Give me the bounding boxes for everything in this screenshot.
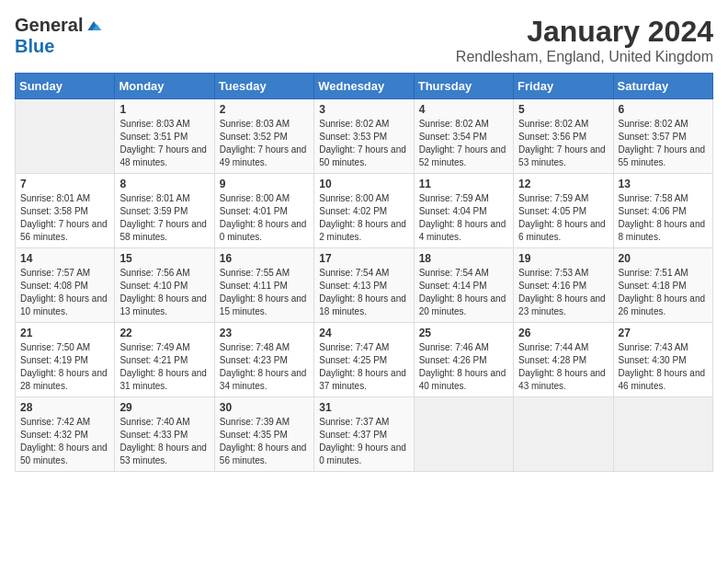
day-info: Sunrise: 7:40 AMSunset: 4:33 PMDaylight:… — [119, 416, 209, 467]
day-number: 7 — [20, 178, 109, 190]
calendar-cell: 17Sunrise: 7:54 AMSunset: 4:13 PMDayligh… — [314, 248, 414, 323]
calendar-header: SundayMondayTuesdayWednesdayThursdayFrid… — [16, 74, 713, 99]
calendar-cell: 27Sunrise: 7:43 AMSunset: 4:30 PMDayligh… — [613, 323, 712, 397]
calendar-cell: 18Sunrise: 7:54 AMSunset: 4:14 PMDayligh… — [414, 248, 513, 323]
calendar-cell: 11Sunrise: 7:59 AMSunset: 4:04 PMDayligh… — [414, 174, 513, 248]
day-info: Sunrise: 7:48 AMSunset: 4:23 PMDaylight:… — [220, 341, 309, 393]
day-info: Sunrise: 7:51 AMSunset: 4:18 PMDaylight:… — [619, 267, 708, 318]
logo-general: General — [15, 15, 83, 36]
day-of-week-sunday: Sunday — [16, 74, 115, 99]
day-of-week-wednesday: Wednesday — [314, 74, 414, 99]
day-info: Sunrise: 8:02 AMSunset: 3:56 PMDaylight:… — [518, 118, 608, 169]
week-row-1: 7Sunrise: 8:01 AMSunset: 3:58 PMDaylight… — [16, 174, 713, 248]
day-number: 11 — [419, 178, 508, 190]
calendar-cell: 16Sunrise: 7:55 AMSunset: 4:11 PMDayligh… — [214, 248, 313, 323]
subtitle: Rendlesham, England, United Kingdom — [456, 49, 713, 65]
day-number: 9 — [220, 178, 309, 190]
day-info: Sunrise: 7:44 AMSunset: 4:28 PMDaylight:… — [518, 341, 608, 393]
day-number: 22 — [119, 327, 209, 339]
calendar-cell: 30Sunrise: 7:39 AMSunset: 4:35 PMDayligh… — [214, 397, 313, 472]
day-info: Sunrise: 7:54 AMSunset: 4:13 PMDaylight:… — [319, 267, 408, 318]
calendar-cell: 12Sunrise: 7:59 AMSunset: 4:05 PMDayligh… — [514, 174, 613, 248]
day-number: 2 — [220, 103, 309, 116]
day-number: 17 — [319, 252, 408, 265]
header-row: SundayMondayTuesdayWednesdayThursdayFrid… — [16, 74, 713, 99]
calendar-cell: 8Sunrise: 8:01 AMSunset: 3:59 PMDaylight… — [115, 174, 214, 248]
week-row-3: 21Sunrise: 7:50 AMSunset: 4:19 PMDayligh… — [16, 323, 713, 397]
calendar-cell: 29Sunrise: 7:40 AMSunset: 4:33 PMDayligh… — [115, 397, 214, 472]
day-number: 1 — [119, 103, 209, 116]
day-number: 25 — [419, 327, 508, 339]
day-number: 10 — [319, 178, 408, 190]
day-of-week-tuesday: Tuesday — [214, 74, 313, 99]
day-info: Sunrise: 8:02 AMSunset: 3:54 PMDaylight:… — [419, 118, 508, 169]
day-number: 31 — [319, 401, 408, 414]
day-number: 8 — [119, 178, 209, 190]
day-info: Sunrise: 7:59 AMSunset: 4:05 PMDaylight:… — [518, 192, 608, 244]
day-number: 6 — [619, 103, 708, 116]
day-of-week-friday: Friday — [514, 74, 613, 99]
calendar-cell: 19Sunrise: 7:53 AMSunset: 4:16 PMDayligh… — [514, 248, 613, 323]
day-info: Sunrise: 7:49 AMSunset: 4:21 PMDaylight:… — [119, 341, 209, 393]
day-number: 19 — [518, 252, 608, 265]
calendar-cell: 28Sunrise: 7:42 AMSunset: 4:32 PMDayligh… — [16, 397, 115, 472]
day-info: Sunrise: 8:02 AMSunset: 3:53 PMDaylight:… — [319, 118, 408, 169]
day-number: 4 — [419, 103, 508, 116]
day-info: Sunrise: 7:39 AMSunset: 4:35 PMDaylight:… — [220, 416, 309, 467]
calendar-cell: 24Sunrise: 7:47 AMSunset: 4:25 PMDayligh… — [314, 323, 414, 397]
calendar-cell — [613, 397, 712, 472]
calendar-cell: 26Sunrise: 7:44 AMSunset: 4:28 PMDayligh… — [514, 323, 613, 397]
week-row-0: 1Sunrise: 8:03 AMSunset: 3:51 PMDaylight… — [16, 99, 713, 174]
day-number: 27 — [619, 327, 708, 339]
day-of-week-monday: Monday — [115, 74, 214, 99]
calendar-cell: 14Sunrise: 7:57 AMSunset: 4:08 PMDayligh… — [16, 248, 115, 323]
calendar-cell: 22Sunrise: 7:49 AMSunset: 4:21 PMDayligh… — [115, 323, 214, 397]
day-info: Sunrise: 8:01 AMSunset: 3:58 PMDaylight:… — [20, 192, 109, 244]
day-info: Sunrise: 7:43 AMSunset: 4:30 PMDaylight:… — [619, 341, 708, 393]
calendar-cell: 5Sunrise: 8:02 AMSunset: 3:56 PMDaylight… — [514, 99, 613, 174]
calendar-body: 1Sunrise: 8:03 AMSunset: 3:51 PMDaylight… — [16, 99, 713, 472]
header: General Blue January 2024 Rendlesham, En… — [15, 15, 713, 65]
day-info: Sunrise: 7:58 AMSunset: 4:06 PMDaylight:… — [619, 192, 708, 244]
calendar-cell: 23Sunrise: 7:48 AMSunset: 4:23 PMDayligh… — [214, 323, 313, 397]
day-number: 18 — [419, 252, 508, 265]
calendar-cell — [514, 397, 613, 472]
calendar-cell: 20Sunrise: 7:51 AMSunset: 4:18 PMDayligh… — [613, 248, 712, 323]
logo: General Blue — [15, 15, 103, 57]
logo-blue: Blue — [15, 36, 54, 56]
calendar-cell: 2Sunrise: 8:03 AMSunset: 3:52 PMDaylight… — [214, 99, 313, 174]
week-row-4: 28Sunrise: 7:42 AMSunset: 4:32 PMDayligh… — [16, 397, 713, 472]
calendar-cell — [414, 397, 513, 472]
day-info: Sunrise: 7:59 AMSunset: 4:04 PMDaylight:… — [419, 192, 508, 244]
day-number: 24 — [319, 327, 408, 339]
week-row-2: 14Sunrise: 7:57 AMSunset: 4:08 PMDayligh… — [16, 248, 713, 323]
day-info: Sunrise: 8:02 AMSunset: 3:57 PMDaylight:… — [619, 118, 708, 169]
day-info: Sunrise: 7:56 AMSunset: 4:10 PMDaylight:… — [119, 267, 209, 318]
main-title: January 2024 — [456, 15, 713, 49]
day-number: 3 — [319, 103, 408, 116]
calendar-cell: 9Sunrise: 8:00 AMSunset: 4:01 PMDaylight… — [214, 174, 313, 248]
day-number: 21 — [20, 327, 109, 339]
day-number: 26 — [518, 327, 608, 339]
day-info: Sunrise: 7:50 AMSunset: 4:19 PMDaylight:… — [20, 341, 109, 393]
day-info: Sunrise: 7:55 AMSunset: 4:11 PMDaylight:… — [220, 267, 309, 318]
day-info: Sunrise: 8:01 AMSunset: 3:59 PMDaylight:… — [119, 192, 209, 244]
day-info: Sunrise: 7:42 AMSunset: 4:32 PMDaylight:… — [20, 416, 109, 467]
calendar-cell: 10Sunrise: 8:00 AMSunset: 4:02 PMDayligh… — [314, 174, 414, 248]
day-number: 15 — [119, 252, 209, 265]
day-of-week-thursday: Thursday — [414, 74, 513, 99]
day-number: 29 — [119, 401, 209, 414]
day-info: Sunrise: 7:37 AMSunset: 4:37 PMDaylight:… — [319, 416, 408, 467]
calendar-cell: 6Sunrise: 8:02 AMSunset: 3:57 PMDaylight… — [613, 99, 712, 174]
day-number: 20 — [619, 252, 708, 265]
calendar-cell: 3Sunrise: 8:02 AMSunset: 3:53 PMDaylight… — [314, 99, 414, 174]
calendar-cell — [16, 99, 115, 174]
day-number: 14 — [20, 252, 109, 265]
day-info: Sunrise: 7:57 AMSunset: 4:08 PMDaylight:… — [20, 267, 109, 318]
calendar-cell: 4Sunrise: 8:02 AMSunset: 3:54 PMDaylight… — [414, 99, 513, 174]
day-info: Sunrise: 8:00 AMSunset: 4:02 PMDaylight:… — [319, 192, 408, 244]
calendar-cell: 21Sunrise: 7:50 AMSunset: 4:19 PMDayligh… — [16, 323, 115, 397]
calendar-cell: 13Sunrise: 7:58 AMSunset: 4:06 PMDayligh… — [613, 174, 712, 248]
calendar-cell: 15Sunrise: 7:56 AMSunset: 4:10 PMDayligh… — [115, 248, 214, 323]
title-area: January 2024 Rendlesham, England, United… — [456, 15, 713, 65]
